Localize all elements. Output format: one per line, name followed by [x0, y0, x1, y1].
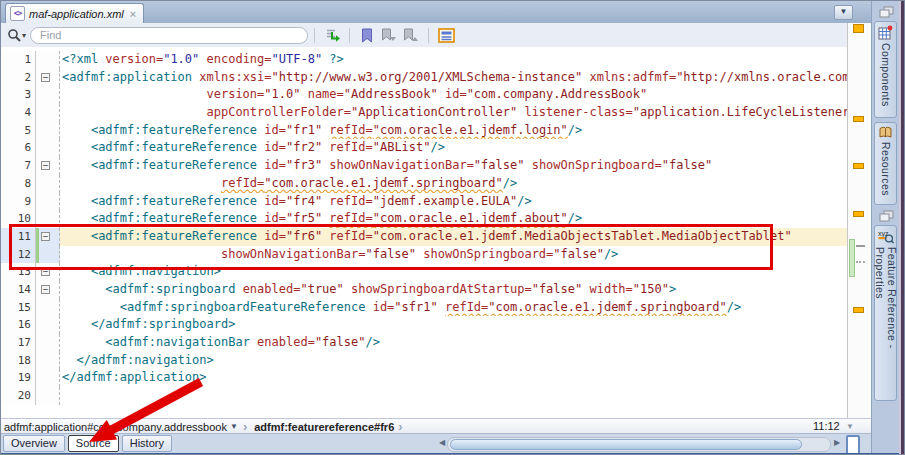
line-number: 11	[1, 228, 36, 246]
fold-gutter	[36, 334, 60, 352]
code-line[interactable]: 7− <adfmf:featureReference id="fr3" show…	[1, 157, 847, 175]
editor-mode-tab-bar: Overview Source History ◀ ▶	[1, 433, 871, 454]
tab-overview[interactable]: Overview	[3, 435, 65, 452]
scroll-right-icon[interactable]: ▶	[834, 438, 840, 447]
line-number: 8	[1, 175, 36, 193]
breadcrumb-separator-icon: ›	[243, 422, 247, 432]
code-line[interactable]: 9 <adfmf:featureReference id="fr4" refId…	[1, 193, 847, 211]
fold-collapse-icon[interactable]: −	[41, 285, 50, 294]
breadcrumb-dropdown-icon[interactable]: ▼	[230, 422, 238, 431]
fold-collapse-icon[interactable]: −	[41, 161, 50, 170]
sidebar-tab-components[interactable]: Components	[874, 21, 897, 118]
line-number: 16	[1, 316, 36, 334]
fold-gutter	[36, 316, 60, 334]
tab-source[interactable]: Source	[68, 435, 119, 452]
warning-mark[interactable]	[853, 24, 864, 33]
code-line[interactable]: 13− <adfmf:navigation>	[1, 263, 847, 281]
next-bookmark-icon[interactable]	[380, 26, 398, 44]
code-line[interactable]: 8 refId="com.oracle.e1.jdemf.springboard…	[1, 175, 847, 193]
code-line[interactable]: 5 <adfmf:featureReference id="fr1" refId…	[1, 122, 847, 140]
fold-gutter	[36, 299, 60, 317]
fold-gutter	[36, 139, 60, 157]
breadcrumb-item-featurereference[interactable]: adfmf:featurereference#fr6	[254, 421, 394, 433]
file-tab-maf-application[interactable]: <> maf-application.xml ×	[5, 3, 144, 23]
sidebar-tab-properties[interactable]: xyz Feature Reference - Properties	[874, 225, 897, 401]
line-number: 9	[1, 193, 36, 211]
toggle-bookmark-icon[interactable]	[358, 26, 376, 44]
xml-source-editor[interactable]: 1<?xml version="1.0" encoding="UTF-8" ?>…	[1, 47, 847, 418]
line-number: 10	[1, 210, 36, 228]
tab-list-dropdown-button[interactable]: ▼	[834, 5, 853, 20]
line-number: 12	[1, 246, 36, 264]
change-indicator-bar	[849, 239, 855, 277]
code-line[interactable]: 12 showOnNavigationBar="false" showOnSpr…	[1, 246, 847, 264]
fold-gutter	[36, 175, 60, 193]
annotation-ruler[interactable]	[847, 23, 872, 418]
go-to-last-edit-icon[interactable]	[323, 26, 341, 44]
splitter-box[interactable]	[846, 435, 860, 455]
line-number: 20	[1, 387, 36, 405]
line-number: 18	[1, 352, 36, 370]
restore-panel-icon[interactable]	[879, 208, 894, 226]
line-number: 14	[1, 281, 36, 299]
line-number: 15	[1, 299, 36, 317]
fold-collapse-icon[interactable]: −	[41, 73, 50, 82]
warning-mark[interactable]	[853, 307, 864, 313]
code-line[interactable]: 3 version="1.0" name="AddressBook" id="c…	[1, 86, 847, 104]
editor-preferences-icon[interactable]	[437, 26, 455, 44]
horizontal-scrollbar[interactable]	[447, 437, 831, 452]
restore-panel-icon[interactable]	[879, 4, 894, 22]
fold-gutter[interactable]: −	[36, 281, 60, 299]
line-number: 17	[1, 334, 36, 352]
caret-position-status: 11:12	[813, 420, 840, 432]
previous-bookmark-icon[interactable]	[402, 26, 420, 44]
find-toolbar: ▾	[1, 23, 847, 48]
find-input[interactable]	[30, 27, 308, 44]
code-line[interactable]: 2−<adfmf:application xmlns:xsi="http://w…	[1, 69, 847, 87]
components-icon	[878, 25, 893, 40]
code-line[interactable]: 17 <adfmf:navigationBar enabled="false"/…	[1, 334, 847, 352]
file-tab-label: maf-application.xml	[29, 8, 124, 20]
fold-gutter	[36, 352, 60, 370]
line-number: 1	[1, 51, 36, 69]
fold-gutter	[36, 210, 60, 228]
code-line[interactable]: 20	[1, 387, 847, 405]
fold-gutter	[36, 193, 60, 211]
breadcrumb-item-application[interactable]: adfmf:application#com.company.addressboo…	[4, 421, 227, 433]
code-line[interactable]: 4 appControllerFolder="ApplicationContro…	[1, 104, 847, 122]
line-number: 2	[1, 69, 36, 87]
tab-history[interactable]: History	[122, 435, 172, 452]
sidebar-tab-resources[interactable]: Resources	[874, 122, 897, 205]
fold-gutter[interactable]: −	[36, 263, 60, 281]
code-line[interactable]: 6 <adfmf:featureReference id="fr2" refId…	[1, 139, 847, 157]
line-number: 5	[1, 122, 36, 140]
breadcrumb: adfmf:application#com.company.addressboo…	[1, 418, 871, 434]
fold-gutter[interactable]: −	[36, 157, 60, 175]
scrollbar-thumb[interactable]	[450, 439, 802, 450]
change-mark	[856, 245, 865, 247]
code-line[interactable]: 16 </adfmf:springboard>	[1, 316, 847, 334]
close-icon[interactable]: ×	[130, 8, 136, 20]
line-number: 13	[1, 263, 36, 281]
warning-mark[interactable]	[853, 116, 864, 122]
toolbar-separator	[428, 28, 429, 43]
scroll-left-icon[interactable]: ◀	[439, 438, 445, 447]
warning-mark[interactable]	[853, 163, 864, 169]
code-line[interactable]: 1<?xml version="1.0" encoding="UTF-8" ?>	[1, 51, 847, 69]
code-line[interactable]: 10 <adfmf:featureReference id="fr5" refI…	[1, 210, 847, 228]
search-icon[interactable]: ▾	[7, 28, 26, 42]
status-dropdown-icon[interactable]: ▼	[846, 422, 854, 431]
code-line[interactable]: 14− <adfmf:springboard enabled="true" sh…	[1, 281, 847, 299]
fold-gutter[interactable]: −	[36, 228, 60, 246]
warning-mark[interactable]	[853, 211, 864, 217]
fold-gutter[interactable]: −	[36, 69, 60, 87]
fold-gutter	[36, 246, 60, 264]
xml-file-icon: <>	[10, 6, 25, 21]
code-line[interactable]: 19</adfmf:application>	[1, 369, 847, 387]
fold-collapse-icon[interactable]: −	[41, 267, 50, 276]
code-line[interactable]: 18 </adfmf:navigation>	[1, 352, 847, 370]
code-line[interactable]: 15 <adfmf:springboardFeatureReference id…	[1, 299, 847, 317]
fold-collapse-icon[interactable]: −	[41, 232, 50, 241]
fold-gutter	[36, 387, 60, 405]
code-line[interactable]: 11− <adfmf:featureReference id="fr6" ref…	[1, 228, 847, 246]
